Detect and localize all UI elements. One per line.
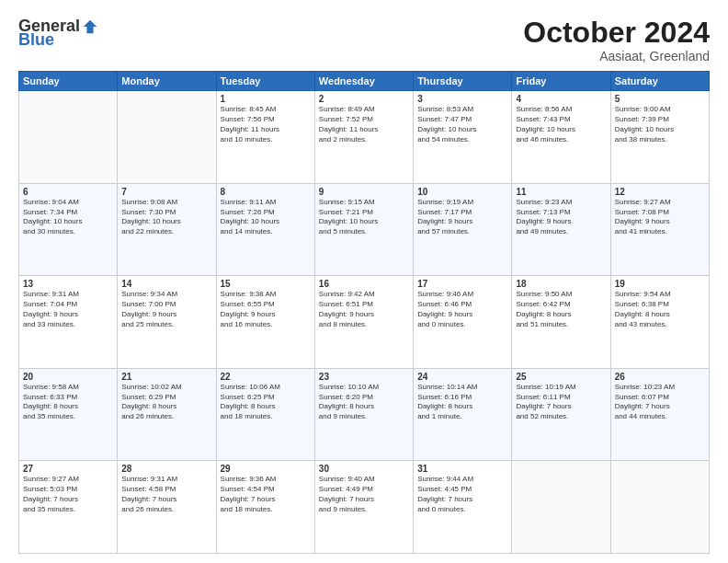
day-number: 5 [615, 94, 705, 104]
title-block: October 2024 Aasiaat, Greenland [523, 17, 710, 63]
day-info: Sunrise: 9:54 AM Sunset: 6:38 PM Dayligh… [615, 290, 705, 329]
day-cell-7: 7Sunrise: 9:08 AM Sunset: 7:30 PM Daylig… [118, 183, 216, 276]
logo: General Blue [18, 17, 98, 50]
day-cell-13: 13Sunrise: 9:31 AM Sunset: 7:04 PM Dayli… [19, 276, 118, 369]
day-cell-4: 4Sunrise: 8:56 AM Sunset: 7:43 PM Daylig… [512, 91, 610, 184]
day-number: 31 [417, 464, 507, 474]
header: General Blue October 2024 Aasiaat, Green… [18, 17, 710, 63]
day-number: 7 [121, 187, 211, 197]
day-cell-10: 10Sunrise: 9:19 AM Sunset: 7:17 PM Dayli… [414, 183, 512, 276]
day-info: Sunrise: 9:38 AM Sunset: 6:55 PM Dayligh… [221, 290, 311, 329]
day-cell-5: 5Sunrise: 9:00 AM Sunset: 7:39 PM Daylig… [610, 91, 709, 184]
day-info: Sunrise: 9:23 AM Sunset: 7:13 PM Dayligh… [516, 198, 606, 237]
empty-cell [118, 91, 216, 184]
day-cell-9: 9Sunrise: 9:15 AM Sunset: 7:21 PM Daylig… [314, 183, 413, 276]
empty-cell [19, 91, 118, 184]
day-number: 3 [417, 94, 507, 104]
weekday-header-tuesday: Tuesday [216, 72, 314, 91]
day-number: 4 [516, 94, 606, 104]
day-number: 6 [23, 187, 113, 197]
day-cell-2: 2Sunrise: 8:49 AM Sunset: 7:52 PM Daylig… [314, 91, 413, 184]
day-cell-21: 21Sunrise: 10:02 AM Sunset: 6:29 PM Dayl… [118, 368, 216, 461]
day-info: Sunrise: 9:46 AM Sunset: 6:46 PM Dayligh… [417, 290, 507, 329]
day-cell-28: 28Sunrise: 9:31 AM Sunset: 4:58 PM Dayli… [118, 461, 216, 554]
month-title: October 2024 [523, 17, 710, 49]
day-number: 10 [417, 187, 507, 197]
day-cell-27: 27Sunrise: 9:27 AM Sunset: 5:03 PM Dayli… [19, 461, 118, 554]
day-cell-22: 22Sunrise: 10:06 AM Sunset: 6:25 PM Dayl… [216, 368, 314, 461]
day-number: 13 [23, 279, 113, 289]
day-info: Sunrise: 9:44 AM Sunset: 4:45 PM Dayligh… [417, 475, 507, 514]
day-number: 14 [121, 279, 211, 289]
day-info: Sunrise: 8:53 AM Sunset: 7:47 PM Dayligh… [417, 105, 507, 144]
day-info: Sunrise: 10:10 AM Sunset: 6:20 PM Daylig… [319, 383, 409, 422]
day-info: Sunrise: 9:34 AM Sunset: 7:00 PM Dayligh… [121, 290, 211, 329]
day-cell-26: 26Sunrise: 10:23 AM Sunset: 6:07 PM Dayl… [610, 368, 709, 461]
day-info: Sunrise: 9:27 AM Sunset: 7:08 PM Dayligh… [615, 198, 705, 237]
day-cell-31: 31Sunrise: 9:44 AM Sunset: 4:45 PM Dayli… [414, 461, 512, 554]
day-cell-15: 15Sunrise: 9:38 AM Sunset: 6:55 PM Dayli… [216, 276, 314, 369]
day-cell-6: 6Sunrise: 9:04 AM Sunset: 7:34 PM Daylig… [19, 183, 118, 276]
day-cell-23: 23Sunrise: 10:10 AM Sunset: 6:20 PM Dayl… [314, 368, 413, 461]
day-info: Sunrise: 9:27 AM Sunset: 5:03 PM Dayligh… [23, 475, 113, 514]
day-number: 11 [516, 187, 606, 197]
day-number: 22 [221, 372, 311, 382]
day-cell-1: 1Sunrise: 8:45 AM Sunset: 7:56 PM Daylig… [216, 91, 314, 184]
location: Aasiaat, Greenland [523, 49, 710, 63]
day-number: 24 [417, 372, 507, 382]
day-info: Sunrise: 8:49 AM Sunset: 7:52 PM Dayligh… [319, 105, 409, 144]
day-number: 9 [319, 187, 409, 197]
day-info: Sunrise: 10:06 AM Sunset: 6:25 PM Daylig… [221, 383, 311, 422]
logo-blue-text: Blue [18, 30, 54, 50]
day-number: 15 [221, 279, 311, 289]
day-cell-11: 11Sunrise: 9:23 AM Sunset: 7:13 PM Dayli… [512, 183, 610, 276]
day-info: Sunrise: 9:31 AM Sunset: 7:04 PM Dayligh… [23, 290, 113, 329]
day-info: Sunrise: 9:11 AM Sunset: 7:26 PM Dayligh… [221, 198, 311, 237]
day-number: 2 [319, 94, 409, 104]
day-cell-17: 17Sunrise: 9:46 AM Sunset: 6:46 PM Dayli… [414, 276, 512, 369]
day-info: Sunrise: 10:23 AM Sunset: 6:07 PM Daylig… [615, 383, 705, 422]
day-info: Sunrise: 9:04 AM Sunset: 7:34 PM Dayligh… [23, 198, 113, 237]
empty-cell [512, 461, 610, 554]
day-number: 28 [121, 464, 211, 474]
weekday-header-thursday: Thursday [414, 72, 512, 91]
day-info: Sunrise: 9:08 AM Sunset: 7:30 PM Dayligh… [121, 198, 211, 237]
day-info: Sunrise: 9:36 AM Sunset: 4:54 PM Dayligh… [221, 475, 311, 514]
day-cell-16: 16Sunrise: 9:42 AM Sunset: 6:51 PM Dayli… [314, 276, 413, 369]
day-number: 19 [615, 279, 705, 289]
day-cell-14: 14Sunrise: 9:34 AM Sunset: 7:00 PM Dayli… [118, 276, 216, 369]
day-info: Sunrise: 10:02 AM Sunset: 6:29 PM Daylig… [121, 383, 211, 422]
day-number: 17 [417, 279, 507, 289]
day-info: Sunrise: 9:50 AM Sunset: 6:42 PM Dayligh… [516, 290, 606, 329]
day-info: Sunrise: 8:56 AM Sunset: 7:43 PM Dayligh… [516, 105, 606, 144]
day-cell-18: 18Sunrise: 9:50 AM Sunset: 6:42 PM Dayli… [512, 276, 610, 369]
weekday-header-monday: Monday [118, 72, 216, 91]
day-number: 29 [221, 464, 311, 474]
day-number: 16 [319, 279, 409, 289]
day-cell-20: 20Sunrise: 9:58 AM Sunset: 6:33 PM Dayli… [19, 368, 118, 461]
svg-marker-0 [84, 19, 97, 32]
calendar: SundayMondayTuesdayWednesdayThursdayFrid… [18, 71, 710, 554]
weekday-header-wednesday: Wednesday [314, 72, 413, 91]
day-cell-24: 24Sunrise: 10:14 AM Sunset: 6:16 PM Dayl… [414, 368, 512, 461]
day-number: 8 [221, 187, 311, 197]
weekday-header-saturday: Saturday [610, 72, 709, 91]
day-info: Sunrise: 9:58 AM Sunset: 6:33 PM Dayligh… [23, 383, 113, 422]
day-info: Sunrise: 10:19 AM Sunset: 6:11 PM Daylig… [516, 383, 606, 422]
day-cell-30: 30Sunrise: 9:40 AM Sunset: 4:49 PM Dayli… [314, 461, 413, 554]
day-cell-8: 8Sunrise: 9:11 AM Sunset: 7:26 PM Daylig… [216, 183, 314, 276]
weekday-header-sunday: Sunday [19, 72, 118, 91]
day-number: 26 [615, 372, 705, 382]
day-info: Sunrise: 9:42 AM Sunset: 6:51 PM Dayligh… [319, 290, 409, 329]
page: General Blue October 2024 Aasiaat, Green… [0, 0, 728, 563]
day-number: 1 [221, 94, 311, 104]
day-info: Sunrise: 9:19 AM Sunset: 7:17 PM Dayligh… [417, 198, 507, 237]
day-info: Sunrise: 9:00 AM Sunset: 7:39 PM Dayligh… [615, 105, 705, 144]
day-info: Sunrise: 9:40 AM Sunset: 4:49 PM Dayligh… [319, 475, 409, 514]
day-info: Sunrise: 9:15 AM Sunset: 7:21 PM Dayligh… [319, 198, 409, 237]
day-number: 21 [121, 372, 211, 382]
day-number: 27 [23, 464, 113, 474]
day-cell-29: 29Sunrise: 9:36 AM Sunset: 4:54 PM Dayli… [216, 461, 314, 554]
day-info: Sunrise: 9:31 AM Sunset: 4:58 PM Dayligh… [121, 475, 211, 514]
day-info: Sunrise: 8:45 AM Sunset: 7:56 PM Dayligh… [221, 105, 311, 144]
